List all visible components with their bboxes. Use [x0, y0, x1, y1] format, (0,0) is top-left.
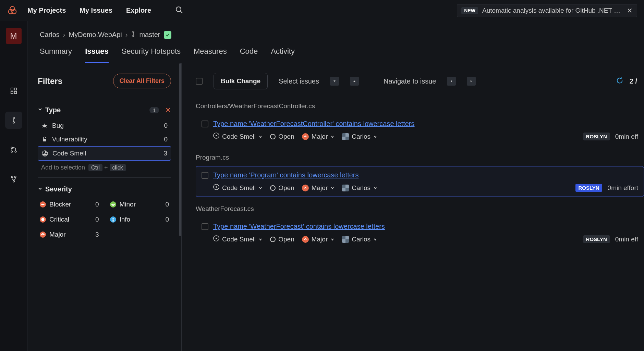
severity-critical[interactable]: Critical 0: [38, 213, 101, 226]
svg-point-16: [14, 176, 16, 178]
svg-point-12: [11, 147, 13, 149]
nav-explore[interactable]: Explore: [126, 7, 151, 14]
breadcrumb-owner[interactable]: Carlos: [40, 31, 60, 39]
file-path[interactable]: Controllers/WeatherForecastController.cs: [196, 98, 644, 115]
filter-type-header[interactable]: Type 1 ✕: [38, 106, 171, 114]
issue-card[interactable]: Type name 'Program' contains lowercase l…: [196, 166, 644, 197]
navigate-next-button[interactable]: [467, 77, 476, 86]
logo-icon[interactable]: [7, 5, 18, 16]
open-status-icon: [270, 185, 276, 191]
sidebar-pullrequest-icon[interactable]: [5, 141, 22, 158]
svg-rect-30: [41, 204, 45, 205]
major-icon: [302, 236, 309, 243]
filter-severity-header[interactable]: Severity: [38, 185, 171, 193]
tab-activity[interactable]: Activity: [271, 47, 295, 63]
sidebar-branch-icon[interactable]: [5, 112, 22, 129]
chevron-down-icon: [258, 133, 263, 140]
issue-severity-dropdown[interactable]: Major: [302, 236, 335, 243]
engine-tag: ROSLYN: [583, 133, 610, 140]
issue-type-dropdown[interactable]: Code Smell: [213, 184, 263, 192]
branch-icon: [131, 31, 136, 39]
refresh-icon[interactable]: [616, 77, 623, 86]
filter-active-count: 1: [149, 107, 159, 113]
issue-checkbox[interactable]: [202, 172, 208, 179]
close-icon[interactable]: ✕: [627, 7, 633, 15]
clear-all-filters-button[interactable]: Clear All Filters: [113, 74, 171, 88]
issues-panel: Bulk Change Select issues Navigate to is…: [182, 63, 644, 351]
issue-type-dropdown[interactable]: Code Smell: [213, 133, 263, 140]
severity-blocker[interactable]: Blocker 0: [38, 198, 101, 211]
svg-rect-32: [112, 218, 113, 219]
search-button[interactable]: [175, 6, 183, 15]
filter-type-clear-icon[interactable]: ✕: [165, 106, 171, 114]
svg-point-3: [176, 7, 181, 12]
tab-code[interactable]: Code: [240, 47, 258, 63]
project-avatar[interactable]: M: [6, 28, 22, 44]
issue-severity-dropdown[interactable]: Major: [302, 184, 335, 192]
issue-checkbox[interactable]: [202, 223, 208, 230]
avatar-icon: [342, 133, 349, 140]
breadcrumb-branch[interactable]: master: [139, 31, 160, 39]
tab-hotspots[interactable]: Security Hotspots: [122, 47, 181, 63]
filters-panel: Filters Clear All Filters Type 1 ✕ Bug 0: [27, 63, 182, 351]
news-banner[interactable]: NEW Automatic analysis available for Git…: [457, 4, 637, 17]
minor-icon: [110, 201, 116, 208]
severity-minor[interactable]: Minor 0: [108, 198, 171, 211]
major-icon: [40, 231, 46, 238]
issue-title-link[interactable]: Type name 'WeatherForecast' contains low…: [213, 223, 385, 230]
issue-status-dropdown[interactable]: Open: [270, 236, 294, 243]
svg-line-24: [46, 125, 47, 126]
issue-title-link[interactable]: Type name 'Program' contains lowercase l…: [213, 171, 359, 179]
svg-point-19: [133, 35, 134, 37]
blocker-icon: [40, 201, 46, 208]
svg-line-25: [42, 127, 43, 127]
issue-assignee-dropdown[interactable]: Carlos: [342, 236, 377, 243]
nav-my-projects[interactable]: My Projects: [27, 7, 66, 14]
issue-type-dropdown[interactable]: Code Smell: [213, 235, 263, 243]
left-sidebar: M: [0, 21, 27, 351]
select-down-button[interactable]: [330, 77, 339, 86]
tab-summary[interactable]: Summary: [40, 47, 72, 63]
topbar: My Projects My Issues Explore NEW Automa…: [0, 0, 644, 21]
issue-title-link[interactable]: Type name 'WeatherForecastController' co…: [213, 120, 415, 128]
issue-assignee-dropdown[interactable]: Carlos: [342, 133, 377, 140]
svg-rect-6: [14, 88, 16, 90]
bulk-change-button[interactable]: Bulk Change: [214, 73, 268, 89]
radiation-icon: [41, 150, 48, 157]
issue-status-dropdown[interactable]: Open: [270, 133, 294, 140]
filter-code-smell[interactable]: Code Smell 3: [38, 146, 171, 161]
new-badge: NEW: [461, 7, 478, 14]
file-path[interactable]: Program.cs: [196, 149, 644, 166]
severity-major[interactable]: Major 3: [38, 228, 101, 241]
svg-point-29: [45, 153, 46, 154]
issue-severity-dropdown[interactable]: Major: [302, 133, 335, 140]
filter-row-count: 0: [164, 122, 168, 129]
issue-card[interactable]: Type name 'WeatherForecastController' co…: [196, 115, 644, 146]
top-nav: My Projects My Issues Explore: [27, 6, 183, 15]
issue-card[interactable]: Type name 'WeatherForecast' contains low…: [196, 217, 644, 248]
svg-point-39: [216, 238, 217, 239]
select-all-checkbox[interactable]: [196, 78, 203, 85]
issue-checkbox[interactable]: [202, 121, 208, 127]
filter-vulnerability[interactable]: Vulnerability 0: [38, 133, 171, 146]
engine-tag: ROSLYN: [575, 184, 602, 192]
tab-issues[interactable]: Issues: [85, 47, 109, 63]
select-up-button[interactable]: [350, 77, 359, 86]
file-path[interactable]: WeatherForecast.cs: [196, 200, 644, 217]
severity-info[interactable]: Info 0: [108, 213, 171, 226]
issue-status-dropdown[interactable]: Open: [270, 184, 294, 192]
sidebar-dashboard-icon[interactable]: [5, 82, 22, 99]
issue-assignee-dropdown[interactable]: Carlos: [342, 184, 377, 192]
svg-point-17: [13, 180, 14, 182]
nav-my-issues[interactable]: My Issues: [80, 7, 112, 14]
tab-measures[interactable]: Measures: [194, 47, 227, 63]
search-icon: [175, 9, 183, 15]
svg-line-23: [42, 125, 43, 126]
navigate-prev-button[interactable]: [447, 77, 456, 86]
bug-icon: [41, 122, 48, 129]
breadcrumb-project[interactable]: MyDemo.WebApi: [69, 31, 122, 39]
filter-bug[interactable]: Bug 0: [38, 119, 171, 133]
svg-rect-33: [112, 220, 113, 222]
filter-group-severity: Severity Blocker 0 Minor 0: [38, 177, 171, 246]
sidebar-fork-icon[interactable]: [5, 171, 22, 188]
